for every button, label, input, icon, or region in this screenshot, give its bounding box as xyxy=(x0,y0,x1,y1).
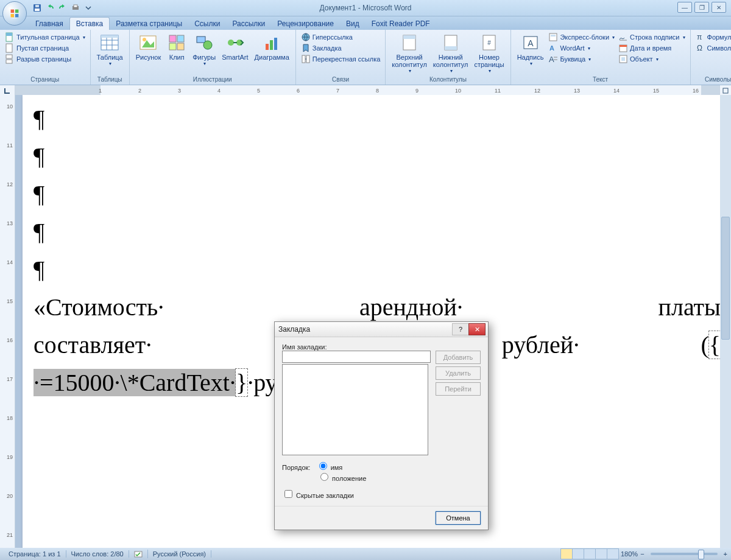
cross-reference-button[interactable]: Перекрестная ссылка xyxy=(300,54,382,65)
tab-references[interactable]: Ссылки xyxy=(188,18,226,30)
view-draft[interactable] xyxy=(607,548,619,559)
svg-rect-39 xyxy=(403,35,415,39)
svg-rect-59 xyxy=(723,88,728,93)
svg-rect-25 xyxy=(177,35,184,42)
save-icon[interactable] xyxy=(32,2,43,13)
svg-rect-4 xyxy=(15,14,18,17)
svg-text:A: A xyxy=(549,55,554,64)
signature-line-button[interactable]: Строка подписи▾ xyxy=(617,32,686,43)
tab-foxit[interactable]: Foxit Reader PDF xyxy=(366,18,436,30)
bookmark-button[interactable]: Закладка xyxy=(300,43,382,54)
view-buttons xyxy=(560,548,618,559)
goto-button[interactable]: Перейти xyxy=(436,382,481,396)
svg-rect-1 xyxy=(11,10,14,13)
svg-point-29 xyxy=(203,41,212,49)
scrollbar-thumb[interactable] xyxy=(721,217,730,340)
dialog-title: Закладка xyxy=(278,325,310,334)
svg-text:A: A xyxy=(549,44,554,52)
chart-button[interactable]: Диаграмма xyxy=(252,32,292,62)
svg-rect-34 xyxy=(274,38,277,50)
page-number-button[interactable]: #Номер страницы▾ xyxy=(471,32,506,75)
header-button[interactable]: Верхний колонтитул▾ xyxy=(389,32,429,75)
undo-icon[interactable] xyxy=(44,2,55,13)
clip-art-button[interactable]: Клип xyxy=(164,32,189,62)
zoom-out-button[interactable]: − xyxy=(640,550,644,558)
bookmark-name-input[interactable] xyxy=(282,351,431,363)
close-button[interactable]: ✕ xyxy=(712,2,726,13)
group-text-label: Текст xyxy=(515,75,687,83)
blank-page-button[interactable]: Пустая страница xyxy=(4,43,87,54)
zoom-level[interactable]: 180% xyxy=(621,550,638,558)
text-box-button[interactable]: AНадпись▾ xyxy=(515,32,546,68)
svg-rect-2 xyxy=(15,10,18,13)
office-button[interactable] xyxy=(2,1,27,26)
hidden-bookmarks-checkbox[interactable]: Скрытые закладки xyxy=(282,492,354,499)
view-full-screen[interactable] xyxy=(572,548,584,559)
shapes-button[interactable]: Фигуры▾ xyxy=(190,32,218,68)
delete-button[interactable]: Удалить xyxy=(436,366,481,380)
page-break-button[interactable]: Разрыв страницы xyxy=(4,54,87,65)
svg-rect-26 xyxy=(169,43,176,50)
view-outline[interactable] xyxy=(595,548,607,559)
ribbon-tabs: Главная Вставка Разметка страницы Ссылки… xyxy=(0,16,731,30)
tab-home[interactable]: Главная xyxy=(29,18,69,30)
zoom-in-button[interactable]: + xyxy=(724,550,727,558)
view-print-layout[interactable] xyxy=(560,548,573,559)
tab-mailings[interactable]: Рассылки xyxy=(226,18,271,30)
svg-rect-28 xyxy=(197,37,205,43)
dialog-close-button[interactable]: ✕ xyxy=(468,323,486,335)
svg-rect-54 xyxy=(620,45,627,47)
paragraph-mark: ¶ xyxy=(34,100,720,138)
hyperlink-button[interactable]: Гиперссылка xyxy=(300,32,382,43)
quick-parts-button[interactable]: Экспресс-блоки▾ xyxy=(547,32,616,43)
group-illustrations: Рисунок Клип Фигуры▾ SmartArt Диаграмма … xyxy=(130,30,296,85)
object-button[interactable]: Объект▾ xyxy=(617,54,686,65)
status-word-count[interactable]: Число слов: 2/80 xyxy=(66,550,129,558)
svg-rect-56 xyxy=(621,57,625,61)
smartart-button[interactable]: SmartArt xyxy=(219,32,250,62)
symbol-button[interactable]: ΩСимвол▾ xyxy=(694,43,731,54)
order-position-radio[interactable]: положение xyxy=(317,471,366,482)
status-language[interactable]: Русский (Россия) xyxy=(148,550,211,558)
dialog-help-button[interactable]: ? xyxy=(452,323,468,335)
zoom-slider[interactable] xyxy=(651,553,718,555)
qat-customize-icon[interactable] xyxy=(83,2,94,13)
svg-rect-11 xyxy=(6,33,12,36)
svg-rect-47 xyxy=(551,35,556,37)
cancel-button[interactable]: Отмена xyxy=(436,511,481,525)
tab-page-layout[interactable]: Разметка страницы xyxy=(110,18,188,30)
table-button[interactable]: Таблица▾ xyxy=(94,32,125,68)
zoom-slider-thumb[interactable] xyxy=(698,550,704,559)
status-proofing-icon[interactable] xyxy=(129,550,148,558)
drop-cap-button[interactable]: AБуквица▾ xyxy=(547,54,616,65)
vertical-scrollbar[interactable] xyxy=(720,95,731,548)
view-web-layout[interactable] xyxy=(584,548,596,559)
picture-button[interactable]: Рисунок xyxy=(133,32,164,62)
redo-icon[interactable] xyxy=(57,2,68,13)
order-name-radio[interactable]: имя xyxy=(316,460,343,471)
cover-page-button[interactable]: Титульная страница▾ xyxy=(4,32,87,43)
status-page[interactable]: Страница: 1 из 1 xyxy=(4,550,66,558)
group-pages: Титульная страница▾ Пустая страница Разр… xyxy=(0,30,91,85)
window-title: Документ1 - Microsoft Word xyxy=(0,4,731,12)
group-text: AНадпись▾ Экспресс-блоки▾ AWordArt▾ AБук… xyxy=(511,30,691,85)
svg-text:π: π xyxy=(697,33,702,41)
tab-view[interactable]: Вид xyxy=(340,18,366,30)
group-links-label: Связи xyxy=(300,75,382,83)
status-bar: Страница: 1 из 1 Число слов: 2/80 Русски… xyxy=(0,548,731,560)
minimize-button[interactable]: — xyxy=(677,2,692,13)
add-button[interactable]: Добавить xyxy=(436,351,481,364)
dialog-titlebar[interactable]: Закладка ? ✕ xyxy=(275,322,488,337)
equation-button[interactable]: πФормула▾ xyxy=(694,32,731,43)
svg-rect-13 xyxy=(6,55,12,58)
date-time-button[interactable]: Дата и время xyxy=(617,43,686,54)
tab-insert[interactable]: Вставка xyxy=(69,17,110,30)
vertical-ruler[interactable]: 101112131415161718192021 xyxy=(0,95,15,548)
bookmark-listbox[interactable] xyxy=(282,364,428,455)
wordart-button[interactable]: AWordArt▾ xyxy=(547,43,616,54)
print-preview-icon[interactable] xyxy=(70,2,81,13)
group-symbols: πФормула▾ ΩСимвол▾ Символы xyxy=(691,30,731,85)
restore-button[interactable]: ❐ xyxy=(694,2,709,13)
tab-review[interactable]: Рецензирование xyxy=(271,18,340,30)
footer-button[interactable]: Нижний колонтитул▾ xyxy=(431,32,471,75)
